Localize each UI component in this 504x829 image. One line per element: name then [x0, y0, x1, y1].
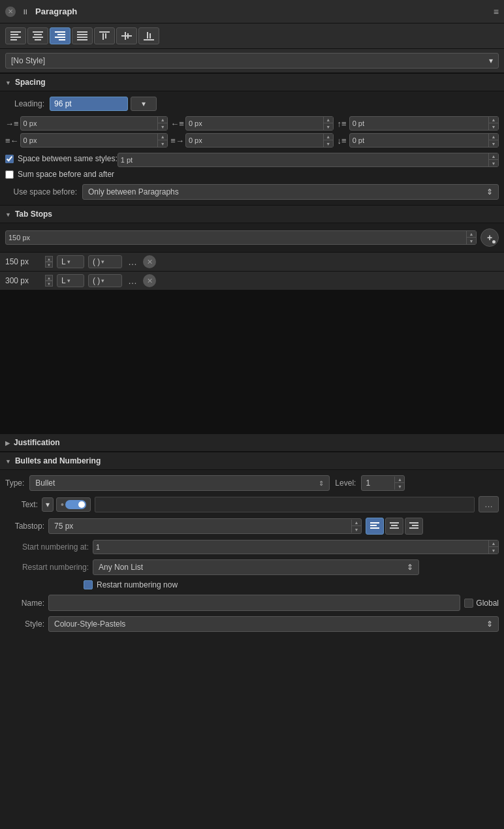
- spacing-section-header[interactable]: Spacing: [0, 73, 504, 91]
- align-right-button[interactable]: [50, 27, 71, 44]
- tabstop-1-leader[interactable]: ( ) ▾: [88, 255, 122, 268]
- bullets-section-header[interactable]: Bullets and Numbering: [0, 452, 504, 470]
- global-checkbox[interactable]: [464, 599, 473, 608]
- svg-rect-1: [10, 34, 18, 35]
- start-numbering-down[interactable]: ▼: [489, 547, 498, 554]
- bullets-text-row: Text: ▾ • …: [5, 496, 499, 512]
- align-bottom-button[interactable]: [138, 27, 159, 44]
- tabstop-1-value: 150 px: [5, 257, 41, 266]
- add-tabstop-button[interactable]: +: [480, 228, 499, 247]
- menu-button[interactable]: ≡: [494, 7, 499, 17]
- level-label: Level:: [335, 478, 356, 488]
- leading-input[interactable]: [50, 97, 128, 111]
- tabstop-1-up[interactable]: ▲: [45, 256, 53, 262]
- svg-rect-28: [390, 522, 399, 524]
- last-line-up[interactable]: ▲: [324, 134, 333, 140]
- space-before-up[interactable]: ▲: [489, 117, 498, 123]
- align-center-button[interactable]: [27, 27, 48, 44]
- pause-button[interactable]: ⏸: [20, 7, 30, 17]
- indent-right-down[interactable]: ▼: [158, 140, 167, 147]
- space-between-checkbox[interactable]: [5, 155, 14, 163]
- svg-rect-5: [34, 34, 42, 35]
- svg-rect-4: [33, 31, 43, 33]
- first-line-down[interactable]: ▼: [324, 123, 333, 130]
- bullets-style-row: Style: Colour-Style-Pastels ⇕: [5, 616, 499, 632]
- use-space-before-dropdown[interactable]: Only between Paragraphs ⇕: [82, 184, 499, 200]
- space-before-input[interactable]: [350, 117, 488, 129]
- indent-right-input[interactable]: [21, 134, 158, 146]
- restart-now-row: Restart numbering now: [5, 580, 499, 589]
- bullets-style-dropdown[interactable]: Colour-Style-Pastels ⇕: [48, 616, 499, 632]
- svg-rect-25: [370, 522, 379, 524]
- new-tabstop-down[interactable]: ▼: [467, 238, 476, 244]
- tabstop-1-down[interactable]: ▼: [45, 262, 53, 268]
- restart-numbering-dropdown[interactable]: Any Non List ⇕: [93, 559, 419, 575]
- new-tabstop-up[interactable]: ▲: [467, 231, 476, 238]
- sum-space-checkbox[interactable]: [5, 170, 14, 179]
- space-between-down[interactable]: ▼: [489, 160, 498, 166]
- bullets-align-right-button[interactable]: [405, 518, 423, 535]
- restart-now-checkbox[interactable]: [84, 580, 93, 589]
- align-left-button[interactable]: [5, 27, 26, 44]
- align-justify-button[interactable]: [72, 27, 93, 44]
- paragraph-style-dropdown[interactable]: [No Style] ▾: [5, 53, 499, 69]
- tabstop-2-leader[interactable]: ( ) ▾: [88, 274, 122, 287]
- tabstop-2-type[interactable]: L ▾: [57, 274, 84, 287]
- indent-left-input[interactable]: [21, 117, 158, 129]
- level-input[interactable]: [362, 476, 394, 490]
- bullets-tabstop-up[interactable]: ▲: [352, 520, 361, 526]
- first-line-icon: ←≡: [170, 119, 184, 129]
- bullets-align-center-button[interactable]: [385, 518, 403, 535]
- paragraph-style-arrow: ▾: [489, 56, 493, 65]
- type-dropdown[interactable]: Bullet ⇕: [29, 475, 330, 491]
- leading-dropdown[interactable]: ▾: [131, 97, 157, 111]
- justification-section-header[interactable]: Justification: [0, 433, 504, 452]
- close-button[interactable]: ✕: [5, 7, 16, 17]
- space-between-stepper: ▲ ▼: [488, 153, 498, 166]
- space-between-up[interactable]: ▲: [489, 153, 498, 160]
- align-top-button[interactable]: [94, 27, 115, 44]
- first-line-input[interactable]: [186, 117, 323, 129]
- tabstop-2-down[interactable]: ▼: [45, 281, 53, 287]
- svg-rect-11: [59, 39, 65, 40]
- svg-rect-12: [77, 31, 87, 33]
- text-small-dropdown[interactable]: ▾: [42, 497, 54, 512]
- space-after-down[interactable]: ▼: [489, 140, 498, 147]
- start-numbering-up[interactable]: ▲: [489, 540, 498, 547]
- leading-dropdown-arrow: ▾: [142, 99, 146, 108]
- align-middle-button[interactable]: [116, 27, 137, 44]
- tabstop-2-delete-button[interactable]: ✕: [143, 274, 156, 287]
- space-before-down[interactable]: ▼: [489, 123, 498, 130]
- space-after-up[interactable]: ▲: [489, 134, 498, 140]
- bullet-more-button[interactable]: …: [479, 496, 499, 512]
- name-input[interactable]: [48, 595, 460, 611]
- space-between-value[interactable]: [118, 154, 488, 166]
- indent-right-up[interactable]: ▲: [158, 134, 167, 140]
- tabstop-2-up[interactable]: ▲: [45, 275, 53, 281]
- space-after-input[interactable]: [350, 134, 488, 146]
- last-line-down[interactable]: ▼: [324, 140, 333, 147]
- svg-rect-29: [391, 525, 398, 526]
- bullet-text-input[interactable]: [95, 497, 475, 512]
- tabstop-1-more[interactable]: …: [126, 257, 139, 267]
- last-line-input[interactable]: [186, 134, 323, 146]
- tabstop-2-more[interactable]: …: [126, 275, 139, 286]
- bullets-tabstop-down[interactable]: ▼: [352, 526, 361, 533]
- tabstop-1-delete-button[interactable]: ✕: [143, 255, 156, 268]
- first-line-up[interactable]: ▲: [324, 117, 333, 123]
- level-up[interactable]: ▲: [395, 477, 404, 483]
- bullet-symbol-btn[interactable]: •: [56, 497, 91, 512]
- new-tabstop-input[interactable]: [6, 232, 466, 243]
- indent-left-up[interactable]: ▲: [158, 117, 167, 123]
- tabstop-2-type-value: L: [61, 276, 66, 285]
- level-down[interactable]: ▼: [395, 483, 404, 490]
- svg-rect-27: [370, 527, 379, 529]
- space-after-stepper: ▲ ▼: [488, 134, 498, 147]
- start-numbering-input[interactable]: [93, 541, 488, 553]
- bullets-tabstop-input[interactable]: [49, 519, 351, 533]
- bullets-align-left-button[interactable]: [366, 518, 384, 535]
- tabstop-1-type[interactable]: L ▾: [57, 255, 84, 268]
- use-space-before-row: Use space before: Only between Paragraph…: [5, 184, 499, 200]
- indent-left-down[interactable]: ▼: [158, 123, 167, 130]
- tabstops-section-header[interactable]: Tab Stops: [0, 205, 504, 223]
